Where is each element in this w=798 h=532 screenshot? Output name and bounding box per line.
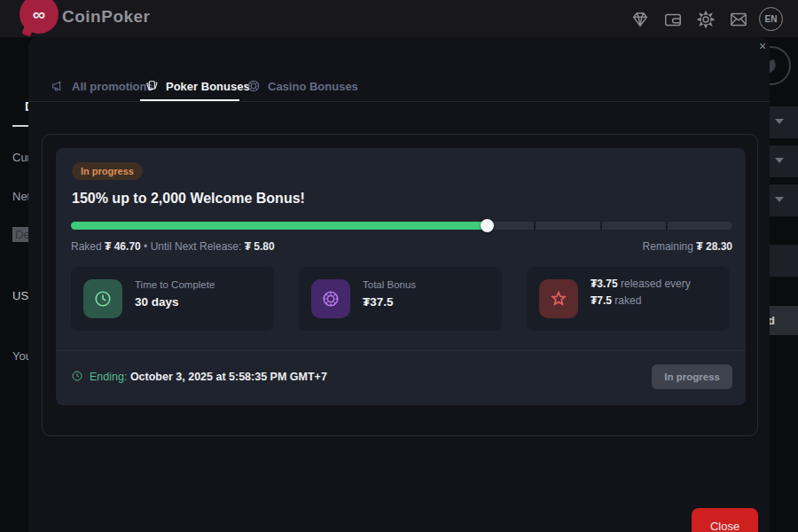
close-button[interactable]: Close (692, 508, 758, 532)
tabs-separator (28, 101, 770, 102)
tab-all-promotions[interactable]: All promotions (51, 73, 153, 99)
wallet-icon[interactable] (663, 10, 683, 29)
progress-segment-mark (534, 222, 536, 230)
chevron-down-icon (775, 119, 782, 126)
ending-row: Ending: October 3, 2025 at 5:58:35 PM GM… (71, 364, 732, 391)
progress-bar (71, 222, 732, 230)
promotions-tabs: All promotions Poker Bonuses Casino Bonu… (28, 73, 770, 101)
progress-segment-mark (666, 222, 668, 230)
next-release-label: Until Next Release: (151, 240, 242, 253)
tab-casino-bonuses[interactable]: Casino Bonuses (246, 73, 358, 99)
status-badge: In progress (72, 162, 143, 180)
chevron-down-icon (775, 158, 782, 165)
in-progress-button[interactable]: In progress (652, 364, 732, 389)
star-icon (539, 279, 578, 318)
stat-card-total-bonus: Total Bonus ₮37.5 (299, 267, 502, 331)
raked-value: ₮ 46.70 (105, 240, 141, 253)
release-rate-line1: ₮3.75 released every (591, 278, 691, 290)
stat-value: ₮37.5 (363, 295, 416, 309)
background-tab-underline (12, 125, 28, 127)
gem-icon[interactable] (630, 10, 650, 29)
close-icon[interactable]: × (754, 37, 771, 55)
progress-segment-mark (600, 222, 602, 230)
casino-chip-icon (246, 79, 261, 93)
stat-value: 30 days (135, 295, 215, 309)
stat-label: Time to Complete (135, 279, 215, 290)
rake-info-row: Raked ₮ 46.70 • Until Next Release: ₮ 5.… (71, 240, 732, 254)
remaining-label: Remaining (643, 240, 693, 253)
dot-separator: • (144, 240, 147, 253)
clock-icon (83, 279, 122, 318)
ending-text: Ending: October 3, 2025 at 5:58:35 PM GM… (90, 371, 327, 383)
poker-cards-icon (145, 79, 159, 93)
remaining-value: ₮ 28.30 (696, 240, 732, 253)
progress-fill (71, 222, 487, 230)
brand-title: CoinPoker (62, 7, 151, 27)
release-rate-line2: ₮7.5 raked (591, 294, 691, 307)
bonus-title: 150% up to 2,000 Welcome Bonus! (72, 191, 305, 207)
chevron-down-icon (775, 197, 782, 204)
stat-card-release-rate: ₮3.75 released every ₮7.5 raked (527, 267, 730, 331)
stat-card-time: Time to Complete 30 days (71, 267, 274, 331)
ending-label: Ending: (90, 371, 127, 383)
poker-chip-icon (311, 279, 350, 318)
clock-icon (71, 370, 83, 382)
settings-gear-icon[interactable] (696, 10, 716, 29)
promotions-modal: × All promotions Poker Bonuses Casino Bo… (28, 37, 770, 532)
raked-label: Raked (71, 240, 102, 253)
welcome-bonus-card[interactable]: In progress 150% up to 2,000 Welcome Bon… (56, 148, 746, 405)
tab-poker-bonuses[interactable]: Poker Bonuses (145, 73, 250, 99)
top-bar: ∞ CoinPoker EN (0, 0, 798, 37)
stat-label: Total Bonus (363, 279, 416, 290)
background-deposit-panel-left: D Cur Net Dep USD You (0, 37, 28, 532)
promo-list-container: In progress 150% up to 2,000 Welcome Bon… (42, 134, 758, 436)
promotions-megaphone-icon (51, 79, 65, 93)
language-selector[interactable]: EN (759, 7, 783, 31)
mail-icon[interactable] (729, 10, 748, 29)
ending-separator (56, 350, 746, 351)
coinpoker-logo-icon[interactable]: ∞ (20, 0, 59, 34)
next-release-value: ₮ 5.80 (245, 240, 275, 253)
remaining-info: Remaining ₮ 28.30 (643, 240, 732, 253)
progress-thumb[interactable] (481, 219, 494, 232)
ending-value: October 3, 2025 at 5:58:35 PM GMT+7 (130, 371, 327, 383)
